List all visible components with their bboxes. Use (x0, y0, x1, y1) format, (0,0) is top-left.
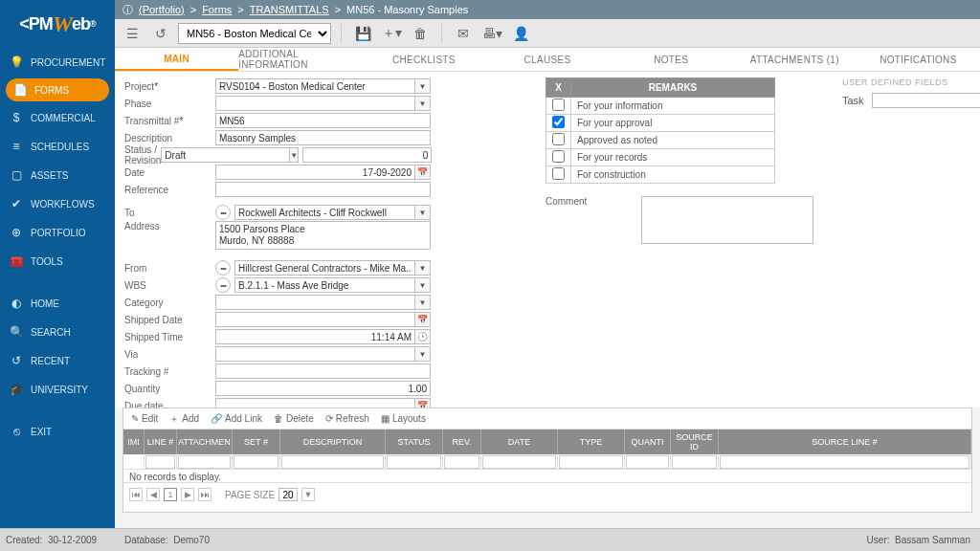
shipped-date-input[interactable] (215, 312, 415, 327)
filter-att[interactable] (178, 455, 231, 469)
from-input[interactable] (234, 260, 415, 276)
project-input[interactable] (215, 78, 415, 94)
nav-portfolio[interactable]: ⊕ PORTFOLIO (0, 218, 115, 247)
page-size-dd[interactable]: ▼ (301, 488, 315, 501)
shipped-time-clock-icon[interactable]: 🕒 (415, 329, 431, 344)
nav-search[interactable]: 🔍 SEARCH (0, 318, 115, 346)
filter-stat[interactable] (387, 455, 441, 469)
tracking-input[interactable] (215, 364, 431, 379)
due-input[interactable] (215, 398, 415, 408)
to-lookup-icon[interactable]: ••• (215, 205, 231, 220)
history-icon[interactable]: ↺ (149, 22, 172, 45)
tab-checklists[interactable]: CHECKLISTS (362, 48, 485, 71)
col-source-line[interactable]: SOURCE LINE # (719, 430, 971, 454)
tab-notes[interactable]: NOTES (610, 48, 733, 71)
add-icon[interactable]: ＋▾ (380, 22, 403, 45)
trash-icon[interactable]: 🗑 (409, 22, 432, 45)
category-input[interactable] (215, 295, 415, 310)
tab-attachments-[interactable]: ATTACHMENTS (1) (733, 48, 857, 71)
col-source-id[interactable]: SOURCE ID (671, 430, 719, 454)
filter-qty[interactable] (626, 455, 669, 469)
print-icon[interactable]: 🖶▾ (480, 22, 503, 45)
remarks-checkbox[interactable] (552, 99, 565, 111)
filter-line[interactable] (145, 455, 175, 469)
date-input[interactable] (215, 165, 415, 180)
to-input[interactable] (234, 205, 415, 220)
shipped-date-calendar-icon[interactable]: 📅 (415, 312, 431, 327)
filter-sid[interactable] (672, 455, 717, 469)
to-dd[interactable]: ▼ (415, 205, 431, 220)
filter-desc[interactable] (281, 455, 384, 469)
description-input[interactable] (215, 130, 431, 145)
col-imi[interactable]: IMI (123, 430, 145, 454)
transmittal-input[interactable] (215, 113, 431, 128)
wbs-lookup-icon[interactable]: ••• (215, 277, 231, 293)
grid-layouts-button[interactable]: ▦Layouts (381, 413, 426, 424)
page-size-input[interactable] (278, 488, 298, 501)
grid-addlink-button[interactable]: 🔗Add Link (211, 413, 262, 424)
revision-input[interactable] (302, 147, 432, 163)
tab-main[interactable]: MAIN (115, 48, 238, 71)
crumb-transmittals[interactable]: TRANSMITTALS (250, 4, 329, 15)
nav-tools[interactable]: 🧰 TOOLS (0, 247, 115, 276)
nav-commercial[interactable]: $ COMMERCIAL (0, 103, 115, 132)
grid-delete-button[interactable]: 🗑Delete (274, 413, 314, 424)
status-dd[interactable]: ▼ (290, 147, 299, 163)
project-dd[interactable]: ▼ (415, 78, 431, 94)
col-line[interactable]: LINE # (145, 430, 177, 454)
grid-add-button[interactable]: ＋Add (169, 412, 199, 426)
grid-edit-button[interactable]: ✎Edit (131, 413, 158, 424)
wbs-input[interactable] (234, 277, 415, 293)
pager-first-icon[interactable]: ⏮ (129, 488, 143, 501)
grid-refresh-button[interactable]: ⟳Refresh (325, 413, 369, 424)
via-input[interactable] (215, 346, 415, 362)
address-input[interactable] (215, 221, 431, 250)
nav-exit[interactable]: ⎋ EXIT (0, 417, 115, 446)
nav-assets[interactable]: ▢ ASSETS (0, 161, 115, 189)
crumb-forms[interactable]: Forms (202, 4, 232, 15)
due-calendar-icon[interactable]: 📅 (415, 398, 431, 408)
wbs-dd[interactable]: ▼ (415, 277, 431, 293)
date-calendar-icon[interactable]: 📅 (415, 165, 431, 180)
nav-university[interactable]: 🎓 UNIVERSITY (0, 375, 115, 404)
col-quantity[interactable]: QUANTI (625, 430, 671, 454)
comment-input[interactable] (641, 196, 813, 244)
record-selector[interactable]: MN56 - Boston Medical Center - Ma... (178, 23, 331, 44)
tab-notifications[interactable]: NOTIFICATIONS (857, 48, 980, 71)
info-icon[interactable]: ⓘ (122, 3, 133, 17)
filter-set[interactable] (234, 455, 278, 469)
user-icon[interactable]: 👤 (509, 22, 532, 45)
remarks-checkbox[interactable] (552, 167, 565, 180)
phase-input[interactable] (215, 96, 415, 111)
filter-sline[interactable] (720, 455, 969, 469)
col-set[interactable]: SET # (233, 430, 280, 454)
pager-next-icon[interactable]: ▶ (181, 488, 194, 501)
pager-last-icon[interactable]: ⏭ (198, 488, 212, 501)
phase-dd[interactable]: ▼ (415, 96, 431, 111)
nav-recent[interactable]: ↺ RECENT (0, 346, 115, 375)
reference-input[interactable] (215, 182, 431, 197)
from-lookup-icon[interactable]: ••• (215, 260, 231, 276)
quantity-input[interactable] (215, 381, 431, 396)
col-rev[interactable]: REV. (443, 430, 481, 454)
via-dd[interactable]: ▼ (415, 346, 431, 362)
udf-task-input[interactable] (872, 93, 980, 108)
remarks-checkbox[interactable] (552, 150, 565, 163)
col-description[interactable]: DESCRIPTION (280, 430, 386, 454)
filter-type[interactable] (559, 455, 623, 469)
nav-workflows[interactable]: ✔ WORKFLOWS (0, 189, 115, 218)
col-status[interactable]: STATUS (386, 430, 443, 454)
mail-icon[interactable]: ✉ (452, 22, 475, 45)
nav-schedules[interactable]: ≡ SCHEDULES (0, 132, 115, 161)
tab-additional-information[interactable]: ADDITIONAL INFORMATION (238, 48, 362, 71)
tab-clauses[interactable]: CLAUSES (485, 48, 609, 71)
from-dd[interactable]: ▼ (415, 260, 431, 276)
nav-procurement[interactable]: 💡 PROCUREMENT (0, 48, 115, 77)
col-date[interactable]: DATE (481, 430, 558, 454)
crumb-portfolio[interactable]: (Portfolio) (139, 4, 185, 15)
col-type[interactable]: TYPE (558, 430, 625, 454)
status-input[interactable] (161, 147, 290, 163)
remarks-checkbox[interactable] (552, 116, 565, 128)
nav-forms[interactable]: 📄 FORMS (6, 78, 109, 101)
remarks-checkbox[interactable] (552, 133, 565, 145)
